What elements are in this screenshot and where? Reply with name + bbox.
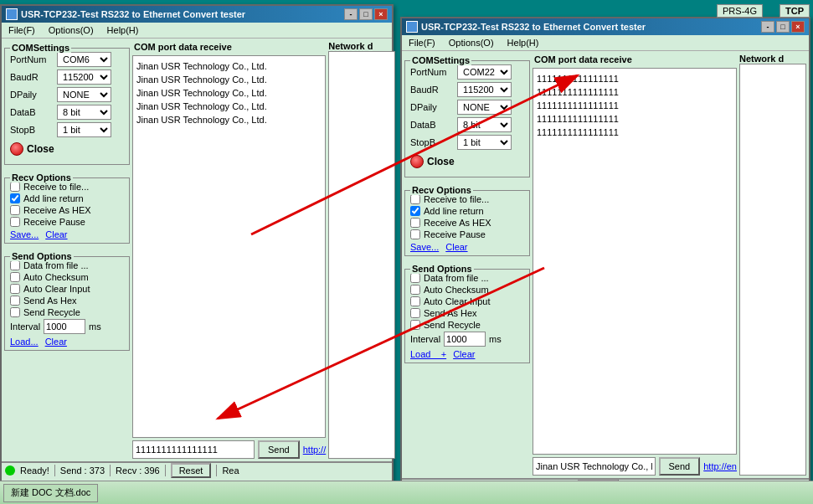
data-from-file-cb-2[interactable] — [410, 273, 420, 283]
add-line-return-cb-2[interactable] — [410, 206, 420, 216]
auto-checksum-cb-1[interactable] — [10, 272, 20, 282]
dpaily-select-1[interactable]: NONE — [57, 87, 111, 102]
title-bar-1: USR-TCP232-Test RS232 to Ethernet Conver… — [2, 6, 392, 23]
recv-pause-label-2: Receive Pause — [424, 229, 486, 239]
baudr-label-1: BaudR — [10, 72, 54, 82]
save-btn-1[interactable]: Save... — [10, 229, 39, 239]
send-button-2[interactable]: Send — [659, 457, 701, 476]
data-from-file-cb-1[interactable] — [10, 260, 20, 270]
add-line-return-label-1: Add line return — [23, 193, 84, 203]
datab-select-1[interactable]: 8 bit — [57, 105, 111, 120]
load-btn-1[interactable]: Load... — [10, 337, 39, 347]
tcp-badge: TCP — [780, 4, 810, 18]
dpaily-label-1: DPaily — [10, 90, 54, 100]
recv-pause-cb-1[interactable] — [10, 217, 20, 227]
maximize-btn-2[interactable]: □ — [776, 21, 790, 33]
baudr-select-1[interactable]: 115200 — [57, 69, 111, 85]
stopb-select-2[interactable]: 1 bit — [457, 135, 512, 150]
recv-as-hex-cb-1[interactable] — [10, 205, 20, 215]
portnum-select-2[interactable]: COM22 — [457, 64, 512, 80]
add-line-return-cb-1[interactable] — [10, 193, 20, 203]
send-options-1: Send Options Data from file ... Auto Che… — [4, 256, 130, 351]
status-indicator-1 — [5, 465, 15, 476]
send-options-2: Send Options Data from file ... Auto Che… — [404, 269, 530, 363]
reset-btn-1[interactable]: Reset — [171, 463, 212, 478]
auto-checksum-label-2: Auto Checksum — [424, 285, 489, 295]
close-button-1[interactable]: Close — [10, 142, 124, 156]
send-as-hex-label-1: Send As Hex — [23, 296, 77, 306]
com-line-5-2: 1111111111111111 — [537, 126, 733, 139]
minimize-btn-2[interactable]: - — [761, 21, 774, 33]
network-data-header-2: Network d — [739, 54, 806, 64]
title-bar-left-1: USR-TCP232-Test RS232 to Ethernet Conver… — [6, 8, 245, 20]
recv-pause-cb-2[interactable] — [410, 229, 420, 239]
com-settings-label-1: COMSettings — [10, 43, 71, 53]
datab-select-2[interactable]: 8 bit — [457, 117, 512, 132]
auto-clear-input-cb-1[interactable] — [10, 284, 20, 294]
menu-file-1[interactable]: File(F) — [5, 24, 39, 36]
recv-as-hex-cb-2[interactable] — [410, 218, 420, 228]
menu-help-1[interactable]: Help(H) — [104, 24, 142, 36]
auto-checksum-cb-2[interactable] — [410, 285, 420, 295]
load-btn-2[interactable]: Load _ + — [410, 349, 446, 359]
send-input-1[interactable] — [132, 440, 255, 459]
portnum-label-1: PortNum — [10, 54, 54, 64]
window-1: USR-TCP232-Test RS232 to Ethernet Conver… — [0, 4, 394, 486]
red-dot-2 — [410, 155, 424, 168]
network-url-1: http:// — [303, 445, 327, 455]
send-options-label-2: Send Options — [410, 264, 474, 274]
divider-3 — [165, 465, 166, 476]
send-recycle-cb-2[interactable] — [410, 320, 420, 330]
interval-input-1[interactable]: 1000 — [44, 319, 85, 334]
network-data-area-2 — [739, 64, 806, 476]
close-button-2[interactable]: Close — [410, 155, 524, 168]
title-bar-left-2: USR-TCP232-Test RS232 to Ethernet Conver… — [406, 21, 646, 33]
recv-clear-btn-1[interactable]: Clear — [45, 229, 67, 239]
window-2: USR-TCP232-Test RS232 to Ethernet Conver… — [400, 17, 810, 502]
recv-to-file-cb-1[interactable] — [10, 182, 20, 192]
menu-bar-1: File(F) Options(O) Help(H) — [2, 23, 392, 39]
minimize-btn-1[interactable]: - — [344, 8, 358, 20]
menu-help-2[interactable]: Help(H) — [504, 37, 543, 49]
baudr-select-2[interactable]: 115200 — [457, 82, 512, 97]
close-btn-2[interactable]: × — [791, 21, 805, 33]
recv-clear-btn-2[interactable]: Clear — [445, 242, 467, 252]
recv-options-1: Recv Options Receive to file... Add line… — [4, 177, 130, 244]
interval-input-2[interactable] — [444, 332, 486, 347]
taskbar-item-1[interactable]: 新建 DOC 文档.doc — [3, 484, 98, 502]
save-btn-2[interactable]: Save... — [410, 242, 439, 252]
recv-to-file-cb-2[interactable] — [410, 194, 420, 204]
send-as-hex-cb-2[interactable] — [410, 308, 420, 318]
data-from-file-label-2: Data from file ... — [424, 273, 489, 283]
stopb-select-1[interactable]: 1 bit — [57, 122, 111, 137]
send-as-hex-cb-1[interactable] — [10, 296, 20, 306]
maximize-btn-1[interactable]: □ — [359, 8, 373, 20]
send-clear-btn-2[interactable]: Clear — [453, 349, 475, 359]
network-url-2: http://en — [703, 461, 737, 471]
menu-file-2[interactable]: File(F) — [405, 37, 439, 49]
send-recycle-label-1: Send Recycle — [23, 307, 80, 317]
title-controls-2: - □ × — [761, 21, 805, 33]
com-settings-label-2: COMSettings — [410, 55, 471, 65]
portnum-select-1[interactable]: COM6 — [57, 52, 111, 67]
close-label-2: Close — [427, 156, 455, 167]
send-recycle-cb-1[interactable] — [10, 307, 20, 317]
com-line-3-1: Jinan USR Technology Co., Ltd. — [136, 86, 322, 100]
send-input-2[interactable] — [533, 457, 656, 476]
network-data-area-1 — [328, 51, 395, 459]
auto-clear-input-cb-2[interactable] — [410, 296, 420, 306]
dpaily-select-2[interactable]: NONE — [457, 100, 512, 115]
menu-options-1[interactable]: Options(O) — [45, 24, 97, 36]
com-line-5-1: Jinan USR Technology Co., Ltd. — [136, 113, 322, 126]
auto-checksum-label-1: Auto Checksum — [23, 272, 89, 282]
send-clear-btn-1[interactable]: Clear — [45, 337, 67, 347]
send-options-label-1: Send Options — [10, 251, 74, 261]
recv-to-file-label-2: Receive to file... — [424, 194, 489, 204]
menu-options-2[interactable]: Options(O) — [445, 37, 497, 49]
close-btn-1[interactable]: × — [374, 8, 388, 20]
com-line-1-2: 1111111111111111 — [537, 72, 733, 85]
title-controls-1: - □ × — [344, 8, 388, 20]
send-recycle-label-2: Send Recycle — [424, 320, 481, 330]
interval-unit-1: ms — [89, 321, 101, 332]
send-button-1[interactable]: Send — [258, 440, 300, 459]
